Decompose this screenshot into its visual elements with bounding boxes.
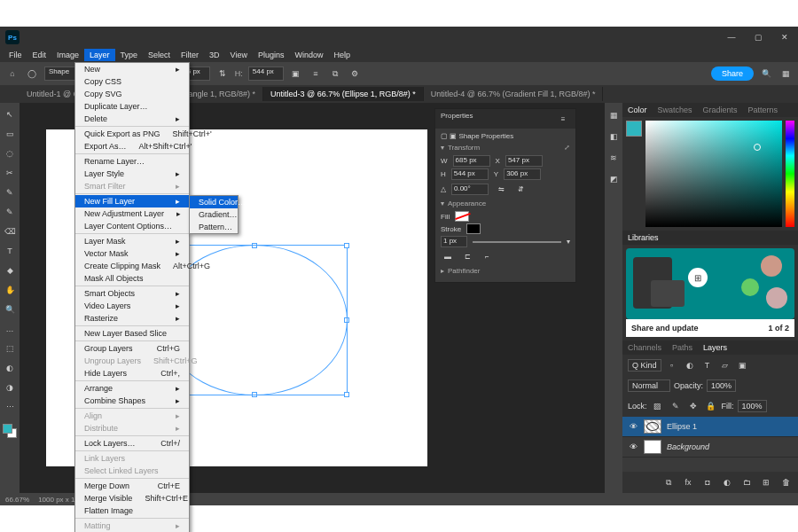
tool-button[interactable]: ✎ [2,184,18,200]
tool-button[interactable]: ✋ [2,282,18,298]
layer-kind-select[interactable]: Q Kind [628,359,661,372]
menu-item[interactable]: Merge VisibleShift+Ctrl+E [75,492,189,505]
menu-file[interactable]: File [4,49,27,61]
collapsed-panel-icon[interactable]: ◩ [606,172,621,186]
menu-item[interactable]: Copy CSS [75,75,189,88]
panel-menu-icon[interactable]: ≡ [556,112,570,126]
stroke-caps-icon[interactable]: ⊏ [460,249,474,263]
layer-fx-icon[interactable]: fx [681,475,695,489]
document-tab[interactable]: Untitled-3 @ 66.7% (Ellipse 1, RGB/8#) * [263,87,424,101]
hue-slider[interactable] [786,121,794,227]
panel-tab[interactable]: Channels [622,340,667,355]
menu-item[interactable]: Layer Mask▸ [75,235,189,247]
lock-pixels-icon[interactable]: ✎ [669,399,683,413]
collapsed-panel-icon[interactable]: ≋ [606,151,621,165]
window-maximize-button[interactable]: ▢ [745,27,771,48]
menu-filter[interactable]: Filter [176,49,204,61]
prop-w-input[interactable]: 685 px [453,155,490,167]
menu-item[interactable]: Copy SVG [75,88,189,100]
menu-item[interactable]: Hide LayersCtrl+, [75,367,189,379]
new-group-icon[interactable]: 🗀 [739,475,754,489]
menu-item[interactable]: Layer Style▸ [75,168,189,180]
fill-swatch[interactable] [455,211,469,222]
gear-icon[interactable]: ⚙ [348,66,362,81]
tool-button[interactable]: ▭ [2,126,18,142]
menu-plugins[interactable]: Plugins [253,49,290,61]
arrange-icon[interactable]: ⧉ [328,66,342,81]
layer-row[interactable]: 👁Background [622,437,798,458]
tool-button[interactable]: … [2,321,18,337]
tool-button[interactable]: ◑ [2,379,18,395]
prop-y-input[interactable]: 306 px [504,168,541,180]
menu-type[interactable]: Type [115,49,144,61]
panel-tab[interactable]: Gradients [698,103,743,117]
blend-mode-select[interactable]: Normal [628,379,670,392]
fill-opacity-input[interactable]: 100% [738,400,767,412]
menu-item[interactable]: Export As…Alt+Shift+Ctrl+' [75,140,189,153]
filter-adjust-icon[interactable]: ◐ [683,358,697,372]
collapsed-panel-icon[interactable]: ◧ [606,129,621,144]
menu-window[interactable]: Window [290,49,329,61]
menu-item[interactable]: Group LayersCtrl+G [75,342,189,355]
panel-tab[interactable]: Color [622,103,653,117]
window-close-button[interactable]: ✕ [771,27,798,48]
lock-transparent-icon[interactable]: ▨ [651,399,665,413]
filter-type-icon[interactable]: T [700,358,715,372]
prop-angle-input[interactable]: 0.00° [451,184,489,195]
link-dims-icon[interactable]: ⇅ [215,66,230,81]
menu-edit[interactable]: Edit [27,49,52,61]
workspace-icon[interactable]: ▦ [778,66,793,81]
collapsed-panel-icon[interactable]: ▦ [606,108,621,122]
menu-select[interactable]: Select [143,49,176,61]
tool-button[interactable]: ◐ [2,360,18,376]
menu-item[interactable]: Lock Layers…Ctrl+/ [75,437,189,450]
menu-view[interactable]: View [225,49,253,61]
menu-3d[interactable]: 3D [204,49,225,61]
lock-all-icon[interactable]: 🔒 [704,399,718,413]
panel-tab[interactable]: Patterns [743,103,784,117]
prop-h-input[interactable]: 544 px [451,168,489,180]
flip-h-icon[interactable]: ⇋ [494,182,508,196]
menu-item[interactable]: New▸ [75,63,189,75]
menu-item[interactable]: Flatten Image [75,505,189,517]
delete-layer-icon[interactable]: 🗑 [778,475,793,489]
menu-item[interactable]: Layer Content Options… [75,220,189,232]
menu-item[interactable]: Delete▸ [75,113,189,125]
tool-button[interactable]: ⌫ [2,223,18,239]
layer-thumbnail[interactable] [644,440,661,454]
tool-button[interactable]: ✎ [2,204,18,220]
layer-name[interactable]: Background [667,442,709,451]
document-tab[interactable]: Untitled-4 @ 66.7% (Gradient Fill 1, RGB… [424,87,604,101]
visibility-icon[interactable]: 👁 [628,442,638,451]
stroke-size-input[interactable]: 1 px [441,236,467,247]
tool-button[interactable]: T [2,243,18,259]
menu-item[interactable]: Create Clipping MaskAlt+Ctrl+G [75,260,189,272]
window-minimize-button[interactable]: — [718,27,745,48]
shape-tool-icon[interactable]: ◯ [25,66,39,81]
panel-tab[interactable]: Swatches [653,103,698,117]
path-ops-icon[interactable]: ▣ [289,66,303,81]
menu-item[interactable]: Rename Layer… [75,155,189,168]
menu-item[interactable]: Vector Mask▸ [75,247,189,260]
filter-smart-icon[interactable]: ▣ [736,358,750,372]
align-icon[interactable]: ≡ [309,66,323,81]
layer-row[interactable]: 👁Ellipse 1 [622,417,798,437]
layer-thumbnail[interactable] [644,419,661,434]
add-mask-icon[interactable]: ◘ [700,475,715,489]
menu-item[interactable]: Arrange▸ [75,382,189,395]
panel-tab[interactable]: Paths [667,340,698,355]
height-input[interactable]: 544 px [248,66,284,81]
menu-item[interactable]: Solid Color… [190,196,238,208]
libraries-card[interactable]: ⊞ [626,248,794,319]
tool-button[interactable]: ◆ [2,262,18,278]
opacity-input[interactable]: 100% [707,379,736,392]
menu-item[interactable]: Video Layers▸ [75,300,189,312]
color-field[interactable] [645,121,782,227]
menu-image[interactable]: Image [51,49,84,61]
flip-v-icon[interactable]: ⇵ [513,182,528,196]
tool-button[interactable]: ⋯ [2,399,18,415]
tool-button[interactable]: ⬚ [2,340,18,356]
filter-pixel-icon[interactable]: ▫ [665,358,679,372]
link-layers-icon[interactable]: ⧉ [661,475,676,489]
menu-item[interactable]: New Layer Based Slice [75,327,189,340]
